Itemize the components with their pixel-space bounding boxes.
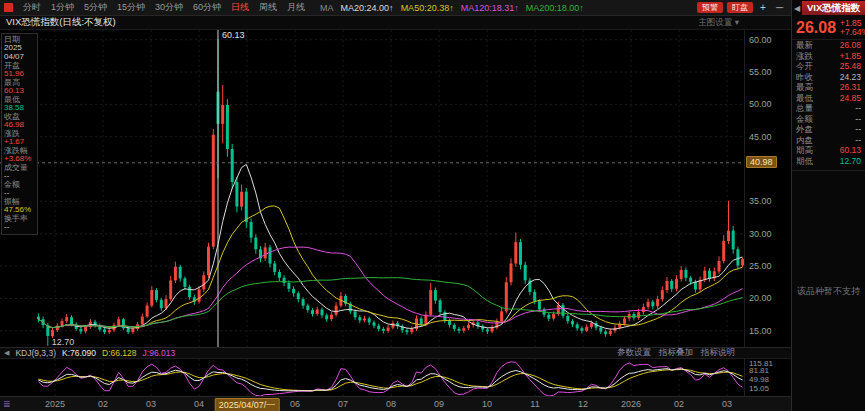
ma-value-label: MA20:24.00↑ bbox=[341, 3, 394, 13]
indicator-prev-icon[interactable]: ◀ bbox=[4, 349, 9, 357]
quote-stat-value: 26.08 bbox=[840, 40, 861, 51]
price-tick-label: 25.00 bbox=[749, 261, 772, 271]
period-tab[interactable]: 周线 bbox=[254, 1, 282, 14]
svg-text:12.70: 12.70 bbox=[52, 337, 75, 347]
info-row: 开盘51.96 bbox=[4, 62, 35, 78]
date-label: 09 bbox=[434, 399, 444, 409]
kdj-link[interactable]: 参数设置 bbox=[617, 347, 651, 359]
quote-stat-value: 25.48 bbox=[840, 61, 861, 72]
quote-stat-row: 内盘-- bbox=[792, 135, 865, 146]
main-chart-region: 60.1312.70 60.0055.0050.0045.0035.0030.0… bbox=[0, 30, 791, 347]
period-tab[interactable]: 月线 bbox=[282, 1, 310, 14]
axis-menu-icon[interactable]: ≣ bbox=[3, 399, 11, 409]
chart-settings-link[interactable]: 主图设置 ▾ bbox=[698, 17, 791, 29]
trading-app-window: 分时1分钟5分钟15分钟30分钟60分钟日线周线月线 MA MA20:24.00… bbox=[0, 0, 865, 411]
quote-stat-label: 总量 bbox=[796, 103, 813, 114]
info-row-value: -- bbox=[4, 172, 35, 180]
toolbar-right-controls: 预警盯盘+─ bbox=[697, 2, 791, 13]
kdj-axis: 115.8181.8149.9815.05 bbox=[744, 359, 791, 396]
date-label: 12 bbox=[578, 399, 588, 409]
window-control-button[interactable]: + bbox=[757, 2, 769, 13]
quote-stat-label: 昨收 bbox=[796, 72, 813, 83]
info-row: 收盘46.98 bbox=[4, 113, 35, 129]
kdj-chart-region: 115.8181.8149.9815.05 bbox=[0, 359, 791, 396]
kdj-d-value: D:66.128 bbox=[102, 348, 137, 358]
window-control-button[interactable]: ─ bbox=[773, 2, 786, 13]
quote-stat-value: 60.13 bbox=[840, 145, 861, 156]
kdj-link[interactable]: 指标叠加 bbox=[659, 347, 693, 359]
kdj-link[interactable]: 指标说明 bbox=[701, 347, 735, 359]
info-row: 换手率-- bbox=[4, 215, 35, 231]
info-row-value: 60.13 bbox=[4, 87, 35, 95]
kdj-label[interactable]: KDJ(9,3,3) bbox=[15, 348, 56, 358]
period-tab[interactable]: 分时 bbox=[18, 1, 46, 14]
date-label: 06 bbox=[290, 399, 300, 409]
quote-stat-row: 外盘-- bbox=[792, 124, 865, 135]
kdj-tick-label: 49.98 bbox=[749, 375, 769, 384]
info-row: 涨跌+1.67 bbox=[4, 130, 35, 146]
ma-prefix-label: MA bbox=[320, 3, 334, 13]
price-tick-label: 50.00 bbox=[749, 99, 772, 109]
period-tabs: 分时1分钟5分钟15分钟30分钟60分钟日线周线月线 bbox=[18, 1, 310, 14]
candlestick-chart[interactable]: 60.1312.70 bbox=[0, 30, 745, 347]
period-tab[interactable]: 1分钟 bbox=[46, 1, 79, 14]
quote-stat-row: 期高60.13 bbox=[792, 145, 865, 156]
info-row: 日期202504/07 bbox=[4, 36, 35, 61]
quote-stat-label: 金额 bbox=[796, 114, 813, 125]
quote-stat-label: 最低 bbox=[796, 93, 813, 104]
info-row-value: 38.58 bbox=[4, 104, 35, 112]
quote-stat-label: 期低 bbox=[796, 156, 813, 167]
kdj-header: ◀ KDJ(9,3,3) K:76.090 D:66.128 J:96.013 … bbox=[0, 347, 791, 359]
info-row: 最低38.58 bbox=[4, 96, 35, 112]
price-tick-label: 30.00 bbox=[749, 229, 772, 239]
crosshair-date-label: 2025/04/07/一 bbox=[215, 398, 280, 411]
info-row: 金额-- bbox=[4, 181, 35, 197]
period-tab[interactable]: 30分钟 bbox=[150, 1, 188, 14]
price-axis: 60.0055.0050.0045.0035.0030.0025.0020.00… bbox=[744, 30, 791, 347]
symbol-title: VIX恐慌指数(日线:不复权) bbox=[6, 16, 116, 29]
svg-text:60.13: 60.13 bbox=[222, 30, 245, 40]
date-label: 08 bbox=[386, 399, 396, 409]
price-tick-label: 60.00 bbox=[749, 35, 772, 45]
toolbar-action-button[interactable]: 预警 bbox=[697, 2, 723, 13]
ma-value-label: MA120:18.31↑ bbox=[461, 3, 519, 13]
quote-stat-label: 最高 bbox=[796, 82, 813, 93]
price-tick-label: 45.00 bbox=[749, 132, 772, 142]
date-label: 10 bbox=[482, 399, 492, 409]
quote-stat-label: 内盘 bbox=[796, 135, 813, 146]
kdj-j-value: J:96.013 bbox=[143, 348, 176, 358]
kdj-k-value: K:76.090 bbox=[62, 348, 96, 358]
crosshair-price-label: 40.98 bbox=[746, 156, 777, 168]
toolbar-action-button[interactable]: 盯盘 bbox=[727, 2, 753, 13]
date-label: 03 bbox=[146, 399, 156, 409]
quote-stat-label: 期高 bbox=[796, 145, 813, 156]
period-tab[interactable]: 5分钟 bbox=[79, 1, 112, 14]
period-tab[interactable]: 60分钟 bbox=[188, 1, 226, 14]
quote-stat-value: -- bbox=[855, 103, 861, 114]
quote-stat-row: 昨收24.23 bbox=[792, 72, 865, 83]
back-icon[interactable]: ◀ bbox=[792, 4, 802, 13]
quote-panel: ◀ VIX恐慌指数 26.08 +1.85 +7.64% 最新26.08涨跌+1… bbox=[792, 0, 865, 411]
period-tab[interactable]: 日线 bbox=[226, 1, 254, 14]
kdj-chart[interactable] bbox=[0, 359, 745, 396]
info-row-value: 2025 bbox=[4, 44, 35, 52]
info-row-value: +1.67 bbox=[4, 138, 35, 146]
quote-stat-value: 26.31 bbox=[840, 82, 861, 93]
quote-stat-row: 期低12.70 bbox=[792, 156, 865, 167]
price-tick-label: 15.00 bbox=[749, 326, 772, 336]
unsupported-message: 该品种暂不支持 bbox=[797, 285, 860, 298]
price-tick-label: 20.00 bbox=[749, 293, 772, 303]
info-row: 成交量-- bbox=[4, 164, 35, 180]
quote-symbol-title[interactable]: VIX恐慌指数 bbox=[802, 1, 865, 15]
period-tab[interactable]: 15分钟 bbox=[112, 1, 150, 14]
info-row: 涨跌幅+3.68% bbox=[4, 147, 35, 163]
ohlc-info-panel: 日期202504/07开盘51.96最高60.13最低38.58收盘46.98涨… bbox=[1, 33, 38, 235]
toolbar: 分时1分钟5分钟15分钟30分钟60分钟日线周线月线 MA MA20:24.00… bbox=[0, 0, 791, 16]
info-row-value: 47.56% bbox=[4, 206, 35, 214]
ma-value-label: MA200:18.00↑ bbox=[526, 3, 584, 13]
quote-stat-value: 24.85 bbox=[840, 93, 861, 104]
quote-stat-value: -- bbox=[855, 114, 861, 125]
quote-stat-row: 最新26.08 bbox=[792, 40, 865, 51]
quote-stat-label: 最新 bbox=[796, 40, 813, 51]
quote-stat-value: -- bbox=[855, 135, 861, 146]
